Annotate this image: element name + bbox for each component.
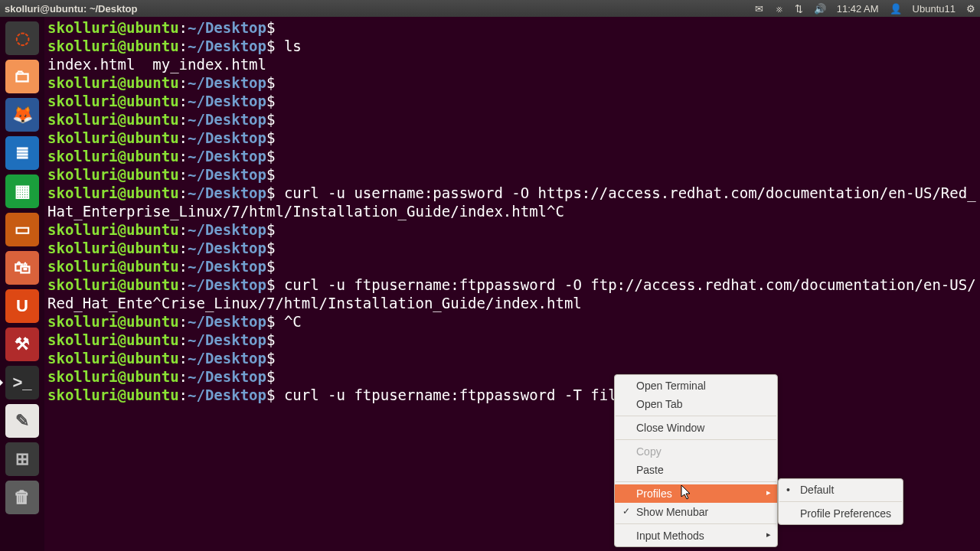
menu-show-menubar[interactable]: Show Menubar: [615, 503, 777, 521]
launcher-files[interactable]: 🗀: [4, 58, 41, 95]
context-menu: Open TerminalOpen TabClose WindowCopyPas…: [614, 374, 778, 547]
launcher-writer[interactable]: ≣: [4, 135, 41, 171]
mail-icon[interactable]: ✉: [755, 3, 763, 15]
menu-separator: [616, 523, 776, 524]
user-icon[interactable]: 👤: [890, 3, 902, 15]
profiles-submenu: DefaultProfile Preferences: [778, 478, 903, 525]
mouse-cursor: [681, 485, 691, 500]
launcher-terminal[interactable]: >_: [4, 364, 41, 401]
clock[interactable]: 11:42 AM: [837, 3, 879, 15]
menu-input-methods[interactable]: Input Methods: [615, 527, 777, 545]
menu-copy: Copy: [615, 442, 777, 461]
menu-close-window[interactable]: Close Window: [615, 419, 777, 437]
top-panel: skolluri@ubuntu: ~/Desktop ✉ ⨳ ⇅ 🔊 11:42…: [0, 0, 980, 17]
menu-open-tab[interactable]: Open Tab: [615, 395, 777, 413]
launcher-impress[interactable]: ▭: [4, 211, 41, 248]
terminal-content[interactable]: skolluri@ubuntu:~/Desktop$ skolluri@ubun…: [44, 17, 980, 551]
indicator-area: ✉ ⨳ ⇅ 🔊 11:42 AM 👤 Ubuntu11 ⚙: [755, 3, 975, 15]
menu-paste[interactable]: Paste: [615, 461, 777, 479]
submenu-profile-preferences[interactable]: Profile Preferences: [779, 504, 903, 523]
user-label[interactable]: Ubuntu11: [913, 3, 956, 15]
bluetooth-icon[interactable]: ⨳: [774, 3, 784, 15]
menu-separator: [616, 439, 776, 440]
launcher-firefox[interactable]: 🦊: [4, 96, 41, 133]
sound-icon[interactable]: 🔊: [814, 3, 826, 15]
menu-open-terminal[interactable]: Open Terminal: [615, 377, 777, 395]
session-icon[interactable]: ⚙: [966, 3, 975, 15]
launcher-software[interactable]: 🛍: [4, 249, 41, 286]
launcher-text-editor[interactable]: ✎: [4, 403, 41, 439]
launcher-trash[interactable]: 🗑: [4, 479, 41, 516]
launcher: ◌🗀🦊≣▦▭🛍U⚒>_✎⊞🗑: [0, 17, 44, 551]
launcher-workspace[interactable]: ⊞: [4, 441, 41, 478]
menu-profiles[interactable]: Profiles: [615, 484, 777, 503]
launcher-calc[interactable]: ▦: [4, 173, 41, 210]
menu-separator: [779, 501, 902, 502]
menu-separator: [616, 481, 776, 482]
launcher-settings[interactable]: ⚒: [4, 326, 41, 363]
submenu-default[interactable]: Default: [779, 481, 903, 499]
window-title: skolluri@ubuntu: ~/Desktop: [5, 3, 137, 15]
launcher-dash[interactable]: ◌: [4, 20, 41, 57]
network-icon[interactable]: ⇅: [795, 3, 803, 15]
menu-separator: [616, 416, 776, 416]
launcher-ubuntu-one[interactable]: U: [4, 288, 41, 324]
